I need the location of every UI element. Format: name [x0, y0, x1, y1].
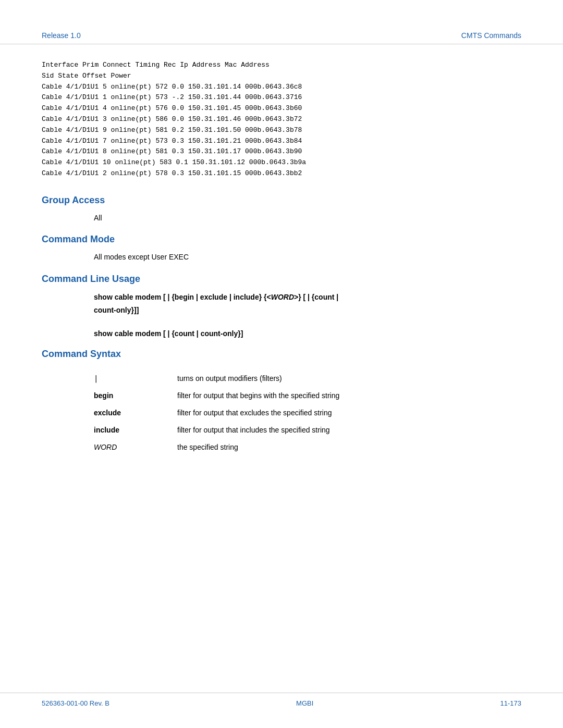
- group-access-section: Group Access All: [42, 195, 521, 224]
- usage-line-1: show cable modem [ | {begin | exclude | …: [94, 291, 521, 304]
- group-access-content: All: [42, 212, 521, 224]
- footer-product: MGBI: [296, 699, 313, 707]
- command-line-usage-content: show cable modem [ | {begin | exclude | …: [42, 291, 521, 341]
- syntax-row-begin: begin filter for output that begins with…: [94, 387, 521, 404]
- syntax-desc-pipe: turns on output modifiers (filters): [177, 370, 521, 387]
- footer-page-number: 11-173: [500, 699, 521, 707]
- code-data-row-7: Cable 4/1/D1U1 8 online(pt) 581 0.3 150.…: [42, 146, 521, 157]
- usage-line1-word: WORD: [271, 293, 294, 301]
- command-mode-content: All modes except User EXEC: [42, 251, 521, 263]
- code-data-row-1: Cable 4/1/D1U1 5 online(pt) 572 0.0 150.…: [42, 82, 521, 93]
- command-syntax-content: | turns on output modifiers (filters) be…: [42, 370, 521, 456]
- syntax-term-pipe: |: [94, 370, 177, 387]
- syntax-desc-word: the specified string: [177, 439, 521, 456]
- command-syntax-heading: Command Syntax: [42, 349, 521, 360]
- syntax-desc-exclude: filter for output that excludes the spec…: [177, 404, 521, 422]
- code-data-row-9: Cable 4/1/D1U1 2 online(pt) 578 0.3 150.…: [42, 168, 521, 179]
- usage-line-2: show cable modem [ | {count | count-only…: [94, 327, 521, 340]
- syntax-row-include: include filter for output that includes …: [94, 422, 521, 439]
- footer-doc-number: 526363-001-00 Rev. B: [42, 699, 109, 707]
- command-line-usage-section: Command Line Usage show cable modem [ | …: [42, 274, 521, 341]
- code-data-row-8: Cable 4/1/D1U1 10 online(pt) 583 0.1 150…: [42, 157, 521, 168]
- group-access-heading: Group Access: [42, 195, 521, 206]
- usage-line1-suffix: >} [ | {count |: [294, 293, 338, 301]
- header-title: CMTS Commands: [461, 31, 521, 40]
- code-table: Interface Prim Connect Timing Rec Ip Add…: [42, 60, 521, 179]
- command-line-usage-heading: Command Line Usage: [42, 274, 521, 285]
- syntax-row-pipe: | turns on output modifiers (filters): [94, 370, 521, 387]
- page-footer: 526363-001-00 Rev. B MGBI 11-173: [0, 693, 563, 728]
- page-header: Release 1.0 CMTS Commands: [0, 0, 563, 44]
- syntax-table: | turns on output modifiers (filters) be…: [94, 370, 521, 456]
- code-data-row-6: Cable 4/1/D1U1 7 online(pt) 573 0.3 150.…: [42, 136, 521, 147]
- page-container: Release 1.0 CMTS Commands Interface Prim…: [0, 0, 563, 728]
- usage-line1-prefix: show cable modem [ | {begin | exclude | …: [94, 293, 271, 301]
- code-header-row1: Interface Prim Connect Timing Rec Ip Add…: [42, 60, 521, 71]
- code-data-row-4: Cable 4/1/D1U1 3 online(pt) 586 0.0 150.…: [42, 114, 521, 125]
- syntax-term-include: include: [94, 422, 177, 439]
- syntax-term-begin: begin: [94, 387, 177, 404]
- syntax-term-exclude: exclude: [94, 404, 177, 422]
- command-mode-section: Command Mode All modes except User EXEC: [42, 234, 521, 263]
- code-data-row-5: Cable 4/1/D1U1 9 online(pt) 581 0.2 150.…: [42, 125, 521, 136]
- command-syntax-section: Command Syntax | turns on output modifie…: [42, 349, 521, 456]
- command-mode-heading: Command Mode: [42, 234, 521, 245]
- header-release: Release 1.0: [42, 31, 81, 40]
- usage-spacer: [94, 317, 521, 327]
- syntax-row-exclude: exclude filter for output that excludes …: [94, 404, 521, 422]
- main-content: Interface Prim Connect Timing Rec Ip Add…: [0, 60, 563, 693]
- syntax-term-word: WORD: [94, 439, 177, 456]
- syntax-desc-include: filter for output that includes the spec…: [177, 422, 521, 439]
- usage-line2: show cable modem [ | {count | count-only…: [94, 329, 243, 338]
- code-data-row-2: Cable 4/1/D1U1 1 online(pt) 573 -.2 150.…: [42, 92, 521, 103]
- code-header-row2: Sid State Offset Power: [42, 71, 521, 82]
- syntax-row-word: WORD the specified string: [94, 439, 521, 456]
- code-data-row-3: Cable 4/1/D1U1 4 online(pt) 576 0.0 150.…: [42, 103, 521, 114]
- usage-line-1b: count-only}]]: [94, 304, 521, 317]
- usage-line1b: count-only}]]: [94, 306, 139, 314]
- syntax-desc-begin: filter for output that begins with the s…: [177, 387, 521, 404]
